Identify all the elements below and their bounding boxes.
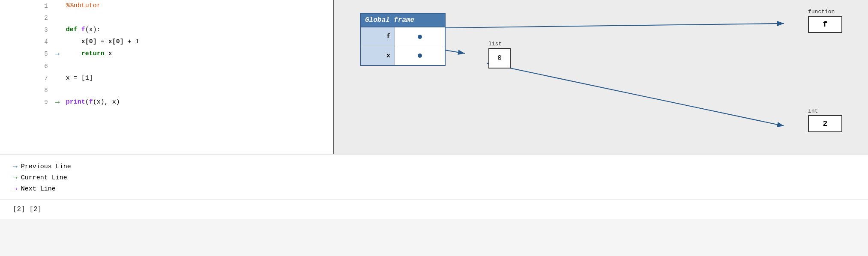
line-code-2 xyxy=(63,12,333,24)
line-num-2: 2 xyxy=(0,12,52,24)
legend-label-previous: Previous Line xyxy=(21,163,71,170)
code-line-2: 2 xyxy=(0,12,333,24)
code-line-6: 6 xyxy=(0,60,333,72)
output-text: [2] [2] xyxy=(13,205,42,213)
legend-panel: → Previous Line → Current Line → Next Li… xyxy=(0,154,868,199)
global-frame: Global frame f x xyxy=(360,13,446,66)
int-box: 2 xyxy=(808,115,842,132)
pointer-dot-x xyxy=(418,54,422,58)
viz-panel: Global frame f x xyxy=(334,0,868,154)
line-code-6 xyxy=(63,60,333,72)
fn-params: (x): xyxy=(85,26,101,33)
line-arrow-1 xyxy=(52,0,63,12)
line-code-3: def f(x): xyxy=(63,24,333,36)
list-label: list xyxy=(488,41,511,47)
svg-line-3 xyxy=(487,63,784,126)
line-arrow-6 xyxy=(52,60,63,72)
legend-label-next: Next Line xyxy=(21,185,56,193)
code-x0-assign: x[0] xyxy=(81,38,97,45)
code-line-3: 3 def f(x): xyxy=(0,24,333,36)
frame-var-name-f: f xyxy=(361,27,395,46)
list-box-container: list 0 xyxy=(488,41,511,68)
line-code-8 xyxy=(63,84,333,96)
function-box-container: function f xyxy=(808,9,842,33)
line-arrow-2 xyxy=(52,12,63,24)
line-num-9: 9 xyxy=(0,96,52,109)
legend-arrow-current: → xyxy=(13,173,18,182)
pointer-dot-f xyxy=(418,35,422,39)
line-arrow-3 xyxy=(52,24,63,36)
list-cell-value-0: 0 xyxy=(497,54,502,62)
frame-var-name-x: x xyxy=(361,46,395,65)
code-line-8: 8 xyxy=(0,84,333,96)
code-line-7: 7 x = [1] xyxy=(0,72,333,84)
kw-def: def xyxy=(66,26,78,33)
output-panel: [2] [2] xyxy=(0,199,868,219)
line-arrow-5: → xyxy=(52,48,63,60)
line-code-1: %%nbtutor xyxy=(63,0,333,12)
line-num-8: 8 xyxy=(0,84,52,96)
fn-f2: f xyxy=(89,98,93,106)
line-num-4: 4 xyxy=(0,36,52,48)
frame-row-x: x xyxy=(361,46,445,65)
line-num-1: 1 xyxy=(0,0,52,12)
line-code-5: return x xyxy=(63,48,333,60)
kw-return: return xyxy=(81,50,105,57)
svg-line-1 xyxy=(421,24,784,28)
line-code-9: print(f(x), x) xyxy=(63,96,333,109)
list-cell-0: 0 xyxy=(489,49,510,68)
line-num-5: 5 xyxy=(0,48,52,60)
code-line-9: 9 → print(f(x), x) xyxy=(0,96,333,109)
legend-item-previous: → Previous Line xyxy=(13,162,855,171)
line-num-3: 3 xyxy=(0,24,52,36)
legend-item-next: → Next Line xyxy=(13,185,855,193)
code-table: 1 %%nbtutor 2 3 def f(x): xyxy=(0,0,333,109)
code-line-1: 1 %%nbtutor xyxy=(0,0,333,12)
legend-arrow-previous: → xyxy=(13,162,18,171)
line-arrow-4 xyxy=(52,36,63,48)
function-box: f xyxy=(808,16,842,33)
line-arrow-9: → xyxy=(52,96,63,109)
line-num-6: 6 xyxy=(0,60,52,72)
line-code-4: x[0] = x[0] + 1 xyxy=(63,36,333,48)
fn-print: print xyxy=(66,98,85,106)
main-container: 1 %%nbtutor 2 3 def f(x): xyxy=(0,0,868,256)
legend-label-current: Current Line xyxy=(21,174,67,182)
global-frame-body: f x xyxy=(361,27,445,65)
magic-keyword: %%nbtutor xyxy=(66,2,101,9)
fn-f: f xyxy=(81,26,85,33)
list-box: 0 xyxy=(488,48,511,68)
top-panel: 1 %%nbtutor 2 3 def f(x): xyxy=(0,0,868,154)
function-type-label: function xyxy=(808,9,842,15)
code-line-4: 4 x[0] = x[0] + 1 xyxy=(0,36,333,48)
line-arrow-8 xyxy=(52,84,63,96)
legend-arrow-next: → xyxy=(13,185,18,193)
legend-item-current: → Current Line xyxy=(13,173,855,182)
code-panel: 1 %%nbtutor 2 3 def f(x): xyxy=(0,0,334,154)
line-code-7: x = [1] xyxy=(63,72,333,84)
frame-var-val-x xyxy=(395,46,445,65)
frame-var-val-f xyxy=(395,27,445,46)
line-num-7: 7 xyxy=(0,72,52,84)
code-line-5: 5 → return x xyxy=(0,48,333,60)
frame-row-f: f xyxy=(361,27,445,46)
code-x0-read: x[0] xyxy=(108,38,124,45)
line-arrow-7 xyxy=(52,72,63,84)
int-type-label: int xyxy=(808,108,842,114)
global-frame-title: Global frame xyxy=(361,14,445,27)
int-box-container: int 2 xyxy=(808,108,842,132)
